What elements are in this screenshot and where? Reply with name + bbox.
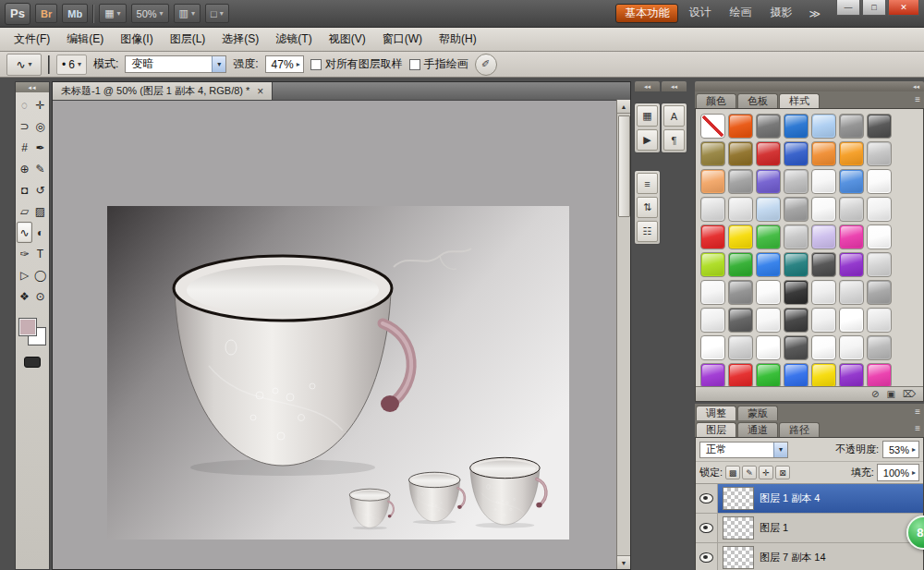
style-swatch[interactable] [811, 224, 836, 249]
menu-item[interactable]: 文件(F) [6, 28, 58, 51]
quick-mask-icon[interactable] [24, 357, 41, 368]
hand-tool[interactable]: ❖ [17, 285, 32, 307]
screen-mode-button[interactable]: □ ▾ [205, 4, 229, 23]
menu-item[interactable]: 编辑(E) [58, 28, 112, 51]
scrollbar-thumb[interactable] [618, 115, 630, 217]
opacity-input[interactable]: 53% ▸ [882, 441, 919, 458]
style-swatch[interactable] [756, 197, 781, 222]
panel-icon-sliders[interactable]: ≡ [637, 173, 658, 194]
panel-tab[interactable]: 蒙版 [737, 406, 778, 420]
dock-collapse-icon[interactable]: ◂◂ [695, 81, 924, 91]
dock-collapse-icon[interactable]: ◂◂ [635, 81, 660, 91]
history-brush-tool[interactable]: ↺ [32, 179, 48, 200]
style-swatch[interactable] [728, 363, 753, 388]
paragraph-panel-icon[interactable]: ¶ [663, 129, 685, 151]
layer-row-main[interactable]: 图层 7 副本 14 [718, 543, 923, 570]
canvas-artwork[interactable] [107, 206, 569, 540]
style-swatch[interactable] [784, 308, 808, 333]
character-panel-icon[interactable]: A [663, 105, 685, 127]
clear-style-button[interactable]: ⊘ [871, 390, 879, 399]
smudge-tool[interactable]: ∿ [17, 222, 32, 243]
style-swatch[interactable] [784, 224, 808, 249]
style-swatch[interactable] [756, 114, 781, 139]
gradient-tool[interactable]: ▨ [32, 200, 48, 222]
minimize-button[interactable]: — [836, 0, 860, 16]
style-swatch[interactable] [784, 169, 808, 194]
panel-menu-icon[interactable]: ≡ [915, 406, 920, 417]
style-swatch[interactable] [784, 363, 808, 388]
style-swatch[interactable] [756, 308, 781, 333]
dodge-tool[interactable]: ◐ [32, 222, 48, 243]
panel-tab[interactable]: 路径 [779, 422, 820, 437]
actions-panel-icon[interactable]: ▶ [637, 129, 658, 151]
style-swatch[interactable] [700, 224, 725, 249]
style-swatch[interactable] [756, 335, 781, 360]
style-swatch[interactable] [839, 252, 864, 277]
menu-item[interactable]: 图层(L) [162, 28, 214, 51]
style-swatch[interactable] [867, 224, 892, 249]
layer-visibility-toggle[interactable] [696, 484, 718, 513]
move-tool[interactable]: ✛ [32, 94, 48, 115]
path-selection-tool[interactable]: ▷ [17, 264, 32, 285]
style-swatch[interactable] [756, 252, 781, 277]
layer-row[interactable]: 图层 1 [696, 514, 923, 543]
style-swatch[interactable] [867, 114, 892, 139]
brush-tool[interactable]: ✎ [32, 158, 48, 179]
workspace-button[interactable]: 基本功能 [615, 4, 678, 23]
sample-all-layers-checkbox[interactable] [310, 59, 322, 70]
style-swatch[interactable] [700, 252, 725, 277]
panel-menu-icon[interactable]: ≡ [915, 94, 920, 104]
style-swatch[interactable] [811, 280, 836, 305]
style-swatch[interactable] [728, 252, 753, 277]
style-swatch[interactable] [811, 335, 836, 360]
layer-thumbnail[interactable] [723, 516, 754, 540]
style-swatch[interactable] [756, 224, 781, 249]
workspace-button[interactable]: 设计 [680, 4, 719, 21]
menu-item[interactable]: 选择(S) [213, 28, 267, 51]
style-swatch[interactable] [728, 169, 753, 194]
dock-collapse-icon[interactable]: ◂◂ [662, 81, 687, 91]
style-swatch[interactable] [728, 308, 753, 333]
brush-preset-picker[interactable]: • 6 ▾ [56, 55, 87, 75]
workspace-button[interactable]: 绘画 [721, 4, 760, 21]
zoom-tool[interactable]: ⊙ [32, 285, 48, 307]
finger-painting-checkbox[interactable] [409, 59, 420, 70]
lock-all-icon[interactable]: ⊠ [775, 466, 790, 479]
style-swatch[interactable] [756, 141, 781, 166]
style-swatch[interactable] [867, 169, 892, 194]
crop-tool[interactable]: # [17, 137, 32, 158]
style-swatch[interactable] [728, 280, 753, 305]
ellipse-tool[interactable]: ◯ [32, 264, 48, 285]
style-swatch[interactable] [867, 141, 892, 166]
layer-visibility-toggle[interactable] [696, 514, 718, 542]
navigator-panel-icon[interactable]: ▦ [637, 105, 658, 127]
style-swatch[interactable] [700, 141, 725, 166]
panel-tab[interactable]: 色板 [737, 93, 778, 108]
style-swatch[interactable] [839, 335, 864, 360]
style-swatch[interactable] [700, 197, 725, 222]
menu-item[interactable]: 帮助(H) [431, 28, 485, 51]
elliptical-marquee-tool[interactable]: ◌ [17, 94, 32, 115]
new-style-button[interactable]: ▣ [886, 390, 894, 399]
canvas-area[interactable] [53, 100, 616, 569]
panel-tab[interactable]: 通道 [737, 422, 778, 437]
style-swatch[interactable] [700, 114, 725, 139]
arrange-documents-button[interactable]: ▥ ▾ [174, 4, 201, 23]
style-swatch[interactable] [728, 114, 753, 139]
clone-stamp-tool[interactable]: ◘ [17, 179, 32, 200]
panel-tab[interactable]: 样式 [779, 93, 820, 108]
style-swatch[interactable] [839, 197, 864, 222]
style-swatch[interactable] [700, 280, 725, 305]
style-swatch[interactable] [756, 363, 781, 388]
layer-row[interactable]: 图层 7 副本 14 [696, 543, 923, 570]
quick-selection-tool[interactable]: ◎ [32, 115, 48, 137]
style-swatch[interactable] [728, 197, 753, 222]
menu-item[interactable]: 视图(V) [321, 28, 374, 51]
panel-icon-arrows[interactable]: ⇅ [637, 197, 658, 218]
style-swatch[interactable] [700, 335, 725, 360]
fill-input[interactable]: 100% ▸ [877, 464, 919, 481]
layer-row-main[interactable]: 图层 1 [718, 514, 923, 542]
style-swatch[interactable] [700, 169, 725, 194]
style-swatch[interactable] [784, 335, 808, 360]
style-swatch[interactable] [811, 308, 836, 333]
